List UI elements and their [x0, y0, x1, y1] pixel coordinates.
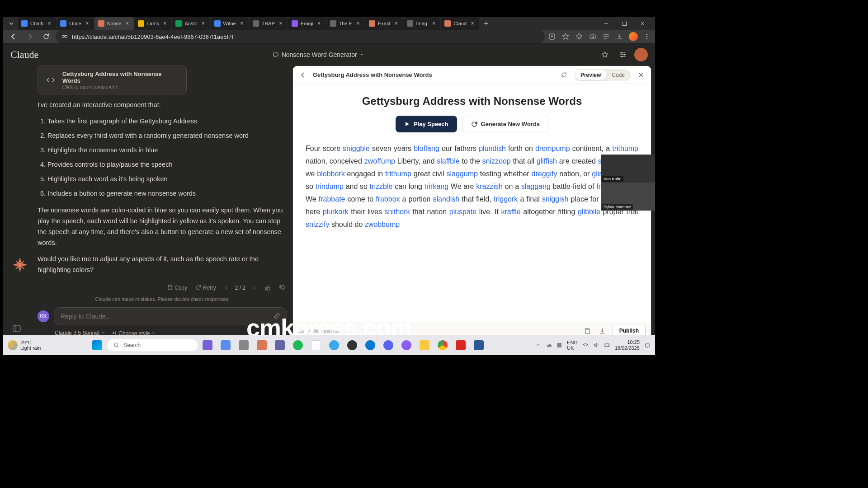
taskbar-search[interactable]: Search: [107, 339, 198, 351]
close-window-button[interactable]: [635, 17, 650, 30]
next-response[interactable]: [250, 285, 258, 291]
task-app-4[interactable]: [254, 337, 270, 353]
tab-close-icon[interactable]: ×: [430, 20, 437, 27]
extensions-icon[interactable]: [575, 32, 584, 41]
tab-close-icon[interactable]: ×: [278, 20, 284, 27]
component-card[interactable]: Gettysburg Address with Nonsense Words C…: [38, 66, 187, 94]
task-app-10[interactable]: [362, 337, 378, 353]
install-icon[interactable]: [547, 32, 557, 41]
settings-icon[interactable]: [616, 48, 630, 61]
back-button[interactable]: [7, 30, 20, 43]
task-app-2[interactable]: [217, 337, 234, 353]
browser-tab[interactable]: Chatb×: [18, 17, 56, 30]
browser-tab[interactable]: Emoji×: [288, 17, 326, 30]
star-icon[interactable]: [561, 32, 570, 41]
task-app-3[interactable]: [236, 337, 252, 353]
copy-artifact-icon[interactable]: [582, 325, 593, 336]
language-indicator[interactable]: ENGUK: [567, 340, 578, 351]
task-app-11[interactable]: [380, 337, 396, 353]
volume-icon[interactable]: [593, 342, 599, 348]
reply-input-box[interactable]: [54, 307, 287, 325]
thumbs-up[interactable]: [263, 284, 273, 292]
thumbs-down[interactable]: [277, 284, 287, 292]
download-artifact-icon[interactable]: [597, 325, 608, 336]
browser-tab[interactable]: Witne×: [211, 17, 249, 30]
video-call-pip[interactable]: Ken Kahn Sylvia Martinez: [601, 155, 655, 211]
task-app-12[interactable]: [398, 337, 415, 353]
browser-tab[interactable]: Aristo×: [172, 17, 210, 30]
tray-chevron-icon[interactable]: [535, 343, 541, 348]
browser-tab[interactable]: Lira's×: [134, 17, 171, 30]
task-app-8[interactable]: [326, 337, 342, 353]
prev-response[interactable]: [222, 285, 231, 291]
forward-button[interactable]: [23, 30, 37, 43]
browser-tab[interactable]: Imag×: [403, 17, 440, 30]
tab-close-icon[interactable]: ×: [46, 20, 52, 27]
copy-button[interactable]: Copy: [165, 284, 189, 292]
start-button[interactable]: [89, 337, 105, 353]
tab-close-icon[interactable]: ×: [316, 20, 322, 27]
minimize-button[interactable]: [599, 17, 613, 30]
task-app-13[interactable]: [416, 337, 433, 353]
user-avatar[interactable]: [634, 48, 648, 61]
notifications-icon[interactable]: [644, 342, 651, 348]
tab-close-icon[interactable]: ×: [239, 20, 245, 27]
new-tab-button[interactable]: +: [480, 17, 492, 30]
reload-button[interactable]: [39, 30, 53, 43]
code-tab[interactable]: Code: [606, 70, 630, 80]
tab-close-icon[interactable]: ×: [84, 20, 90, 27]
pip-name-1: Ken Kahn: [602, 176, 623, 182]
browser-tab[interactable]: Exact×: [365, 17, 403, 30]
battery-icon[interactable]: [604, 342, 610, 348]
url-input[interactable]: https://claude.ai/chat/5b120903-6ae4-4ee…: [56, 30, 545, 43]
browser-tab[interactable]: Claud×: [441, 17, 479, 30]
task-app-1[interactable]: [199, 337, 216, 353]
reading-list-icon[interactable]: [602, 32, 611, 41]
svg-rect-17: [13, 325, 20, 332]
site-info-icon: [61, 33, 68, 40]
weather-widget[interactable]: 29°CLight rain: [8, 340, 41, 351]
tab-close-icon[interactable]: ×: [469, 20, 476, 27]
chrome-icon[interactable]: [434, 337, 451, 353]
retry-button[interactable]: Retry: [193, 284, 218, 292]
wifi-icon[interactable]: [582, 342, 589, 348]
onedrive-icon[interactable]: [545, 342, 552, 348]
tab-close-icon[interactable]: ×: [393, 20, 399, 27]
browser-tab[interactable]: The E×: [326, 17, 365, 30]
menu-icon[interactable]: [642, 32, 651, 41]
maximize-button[interactable]: [617, 17, 632, 30]
attachment-icon[interactable]: [272, 312, 280, 320]
claude-logo[interactable]: Claude: [10, 49, 38, 61]
play-speech-button[interactable]: Play Speech: [396, 116, 457, 132]
tab-close-icon[interactable]: ×: [161, 20, 168, 27]
reply-input[interactable]: [61, 313, 272, 320]
star-chat-icon[interactable]: [598, 48, 612, 61]
sidebar-toggle[interactable]: [12, 324, 22, 334]
artifact-close-button[interactable]: [636, 70, 646, 80]
tabs-dropdown[interactable]: [5, 17, 18, 30]
browser-tab[interactable]: Nonse×: [94, 17, 134, 30]
browser-tab[interactable]: Once×: [57, 17, 94, 30]
tab-close-icon[interactable]: ×: [124, 20, 130, 27]
clock[interactable]: 10:2518/02/2025: [615, 339, 640, 351]
generate-words-button[interactable]: Generate New Words: [462, 116, 549, 132]
task-app-7[interactable]: [308, 337, 324, 353]
word-icon[interactable]: [471, 337, 487, 353]
feature-item: Provides controls to play/pause the spee…: [47, 160, 287, 170]
profile-icon[interactable]: [629, 32, 638, 41]
task-app-9[interactable]: [344, 337, 360, 353]
pdf-icon[interactable]: [453, 337, 469, 353]
lens-icon[interactable]: [588, 32, 597, 41]
tab-close-icon[interactable]: ×: [355, 20, 361, 27]
download-icon[interactable]: [615, 32, 624, 41]
artifact-refresh-button[interactable]: [559, 70, 570, 80]
chevron-down-icon[interactable]: [360, 52, 364, 57]
artifact-back-button[interactable]: [297, 70, 308, 80]
task-app-5[interactable]: [272, 337, 288, 353]
preview-tab[interactable]: Preview: [575, 70, 606, 80]
task-app-6[interactable]: [290, 337, 306, 353]
tray-app-icon[interactable]: [556, 342, 562, 348]
browser-tab[interactable]: TRAP×: [249, 17, 288, 30]
tab-close-icon[interactable]: ×: [200, 20, 207, 27]
chat-title[interactable]: Nonsense Word Generator: [282, 51, 357, 58]
